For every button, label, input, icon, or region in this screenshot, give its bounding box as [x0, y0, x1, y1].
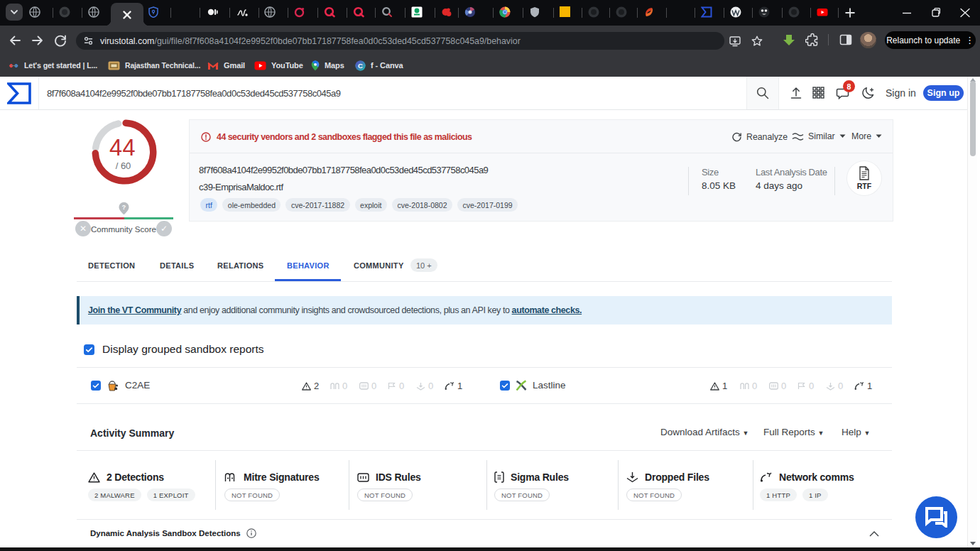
svg-text:?: ?	[122, 204, 126, 211]
svg-text:C: C	[358, 61, 363, 69]
